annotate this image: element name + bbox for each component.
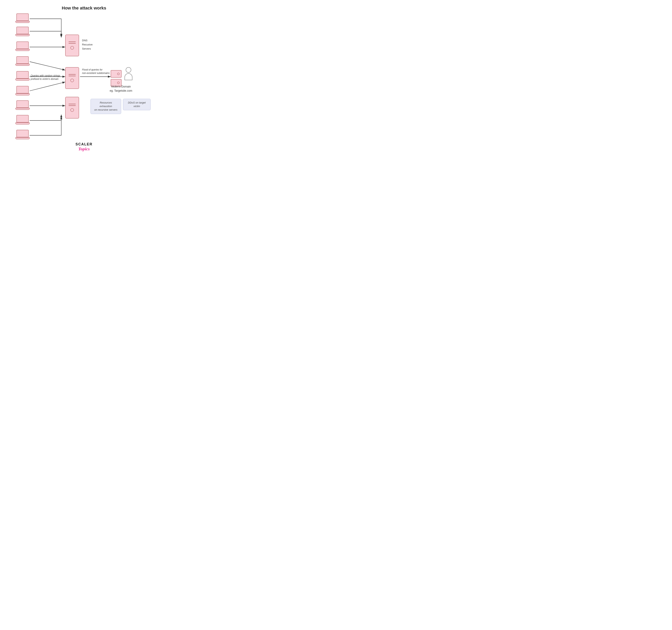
diagram-container: How the attack works — [0, 0, 168, 157]
branding-scaler: SCALER — [75, 142, 93, 146]
laptop-4 — [16, 56, 30, 66]
dns-server-3 — [65, 97, 79, 119]
laptop-5 — [16, 71, 30, 81]
laptop-2 — [16, 27, 30, 36]
laptop-1 — [16, 14, 30, 23]
laptop-6 — [16, 86, 30, 96]
laptop-9 — [16, 130, 30, 140]
svg-line-3 — [30, 61, 65, 70]
branding-topics: Topics — [75, 146, 93, 152]
victim-server-1 — [111, 70, 122, 78]
dns-server-label: DNS Recusive Servers — [82, 39, 93, 51]
laptop-3 — [16, 42, 30, 51]
page-title: How the attack works — [0, 5, 168, 11]
dns-server-2 — [65, 67, 79, 89]
laptop-7 — [16, 100, 30, 110]
branding: SCALER Topics — [75, 142, 93, 152]
queries-label: Queries with random stringsprefixed to v… — [31, 74, 62, 81]
victim-domain-label: Victim's Domain eg. Targetsite.com — [110, 84, 132, 93]
svg-line-5 — [30, 82, 65, 91]
flood-label: Flood of queries fornon-exsistent subdom… — [82, 68, 111, 75]
result-box-exhaustion: Resources exhaustionon recursive servers — [91, 99, 121, 114]
laptop-8 — [16, 115, 30, 125]
person-icon — [123, 67, 134, 82]
dns-server-1 — [65, 34, 79, 56]
result-box-ddos: DDoS on target victim — [123, 99, 151, 110]
